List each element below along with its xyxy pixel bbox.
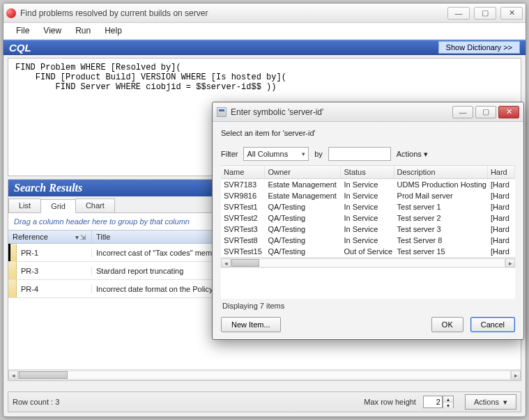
cell-owner: QA/Testing — [265, 212, 341, 224]
actions-button[interactable]: Actions ▾ — [465, 394, 516, 410]
cell-name: SVR9816 — [221, 190, 265, 201]
tab-grid[interactable]: Grid — [40, 199, 76, 213]
filter-text-input[interactable] — [328, 147, 391, 161]
max-row-height-input[interactable] — [423, 396, 443, 408]
table-row[interactable]: SVRTest2QA/TestingIn ServiceTest server … — [221, 212, 515, 224]
app-icon — [6, 8, 16, 18]
scroll-right-icon[interactable]: ▸ — [505, 258, 515, 267]
col-name[interactable]: Name — [221, 166, 265, 178]
menu-help[interactable]: Help — [98, 23, 129, 39]
dialog-actions-dropdown[interactable]: Actions ▾ — [397, 150, 428, 159]
cell-status: In Service — [342, 212, 394, 224]
step-down-icon[interactable]: ▾ — [443, 403, 453, 409]
dialog-status-line: Displaying 7 items — [221, 299, 515, 313]
menu-run[interactable]: Run — [68, 23, 98, 39]
dialog-prompt: Select an item for 'server-id' — [221, 129, 515, 137]
table-row[interactable]: SVRTest1QA/TestingIn ServiceTest server … — [221, 201, 515, 212]
dialog-window-controls: — ▢ ✕ — [452, 106, 519, 118]
row-indicator-icon — [8, 262, 17, 279]
cell-hard: [Hard — [488, 246, 515, 257]
cell-reference: PR-1 — [17, 249, 92, 257]
scroll-right-icon[interactable]: ▸ — [511, 371, 521, 380]
max-row-height-stepper[interactable]: ▴ ▾ — [443, 396, 454, 408]
cell-desc: UDMS Production Hosting box — [394, 179, 488, 190]
dialog-close-button[interactable]: ✕ — [498, 106, 519, 118]
tab-list[interactable]: List — [8, 199, 41, 212]
window-controls: — ▢ ✕ — [447, 7, 523, 20]
cell-status: In Service — [342, 224, 394, 235]
cell-desc: Test server 1 — [394, 201, 488, 212]
dialog-filter-bar: Filter All Columns ▾ by Actions ▾ — [221, 147, 515, 161]
scroll-left-icon[interactable]: ◂ — [221, 258, 231, 267]
cell-hard: [Hard — [488, 190, 515, 201]
filter-column-combo[interactable]: All Columns ▾ — [243, 147, 309, 161]
chevron-down-icon: ▾ — [424, 150, 428, 158]
scroll-track[interactable] — [18, 371, 511, 380]
dialog-button-bar: New Item... OK Cancel — [221, 313, 515, 332]
dialog-grid-header: Name Owner Status Description Hard — [221, 166, 515, 179]
minimize-button[interactable]: — — [447, 7, 470, 20]
cql-section-header: CQL Show Dictionary >> — [3, 40, 526, 55]
cancel-button[interactable]: Cancel — [470, 317, 515, 332]
scroll-thumb[interactable] — [19, 371, 68, 379]
row-count-label: Row count : 3 — [13, 398, 59, 406]
menu-view[interactable]: View — [36, 23, 68, 39]
tab-chart[interactable]: Chart — [75, 199, 115, 212]
cell-desc: Test server 2 — [394, 212, 488, 224]
cell-name: SVRTest1 — [221, 201, 265, 212]
scroll-thumb[interactable] — [231, 259, 259, 267]
chevron-down-icon: ▾ — [503, 398, 507, 407]
cell-hard: [Hard — [488, 212, 515, 224]
row-indicator-icon — [8, 280, 17, 297]
cell-status: In Service — [342, 190, 394, 201]
dialog-maximize-button[interactable]: ▢ — [475, 106, 496, 118]
col-hardware[interactable]: Hard — [488, 166, 515, 178]
cell-owner: QA/Testing — [265, 235, 341, 246]
maximize-button[interactable]: ▢ — [474, 7, 496, 20]
dialog-titlebar[interactable]: Enter symbolic 'server-id' — ▢ ✕ — [213, 102, 523, 122]
col-title-label: Title — [96, 233, 110, 241]
cell-hard: [Hard — [488, 201, 515, 212]
table-row[interactable]: SVRTest8QA/TestingIn ServiceTest Server … — [221, 235, 515, 246]
table-row[interactable]: SVR7183Estate ManagementIn ServiceUDMS P… — [221, 179, 515, 190]
dialog-h-scrollbar[interactable]: ◂ ▸ — [221, 257, 515, 268]
menu-file[interactable]: File — [9, 23, 36, 39]
table-row[interactable]: SVRTest15QA/TestingOut of ServiceTest se… — [221, 246, 515, 257]
cell-desc: Test server 15 — [394, 246, 488, 257]
scroll-track[interactable] — [231, 258, 505, 267]
cell-name: SVRTest2 — [221, 212, 265, 224]
main-titlebar[interactable]: Find problems resolved by current builds… — [3, 3, 526, 23]
col-description[interactable]: Description — [394, 166, 488, 178]
chevron-down-icon: ▾ — [302, 150, 305, 157]
col-reference-label: Reference — [13, 233, 48, 241]
dialog-minimize-button[interactable]: — — [452, 106, 473, 118]
cell-desc: Test server 3 — [394, 224, 488, 235]
ok-button[interactable]: OK — [431, 317, 463, 332]
table-row[interactable]: SVR9816Estate ManagementIn ServiceProd M… — [221, 190, 515, 201]
col-reference[interactable]: Reference ▾ ⇲ — [8, 231, 92, 243]
col-owner[interactable]: Owner — [265, 166, 341, 178]
show-dictionary-button[interactable]: Show Dictionary >> — [438, 41, 520, 54]
cell-status: In Service — [342, 179, 394, 190]
row-indicator-icon — [8, 244, 17, 261]
dialog-grid-body: SVR7183Estate ManagementIn ServiceUDMS P… — [221, 179, 515, 257]
table-row[interactable]: SVRTest3QA/TestingIn ServiceTest server … — [221, 224, 515, 235]
cell-name: SVRTest3 — [221, 224, 265, 235]
pin-icon[interactable]: ⇲ — [79, 233, 87, 241]
new-item-button[interactable]: New Item... — [221, 317, 281, 332]
filter-label: Filter — [221, 150, 238, 158]
col-status[interactable]: Status — [341, 166, 394, 178]
filter-by-label: by — [314, 150, 323, 158]
dialog-body: Select an item for 'server-id' Filter Al… — [213, 122, 523, 339]
cell-owner: QA/Testing — [265, 246, 341, 257]
close-button[interactable]: ✕ — [500, 7, 523, 20]
server-id-dialog: Enter symbolic 'server-id' — ▢ ✕ Select … — [212, 102, 524, 340]
window-title: Find problems resolved by current builds… — [20, 8, 208, 18]
scroll-left-icon[interactable]: ◂ — [8, 371, 18, 380]
cell-owner: QA/Testing — [265, 224, 341, 235]
cell-status: In Service — [342, 235, 394, 246]
cell-reference: PR-4 — [17, 285, 92, 293]
step-up-icon[interactable]: ▴ — [443, 396, 453, 403]
results-h-scrollbar[interactable]: ◂ ▸ — [8, 369, 521, 380]
cell-owner: Estate Management — [265, 190, 341, 201]
